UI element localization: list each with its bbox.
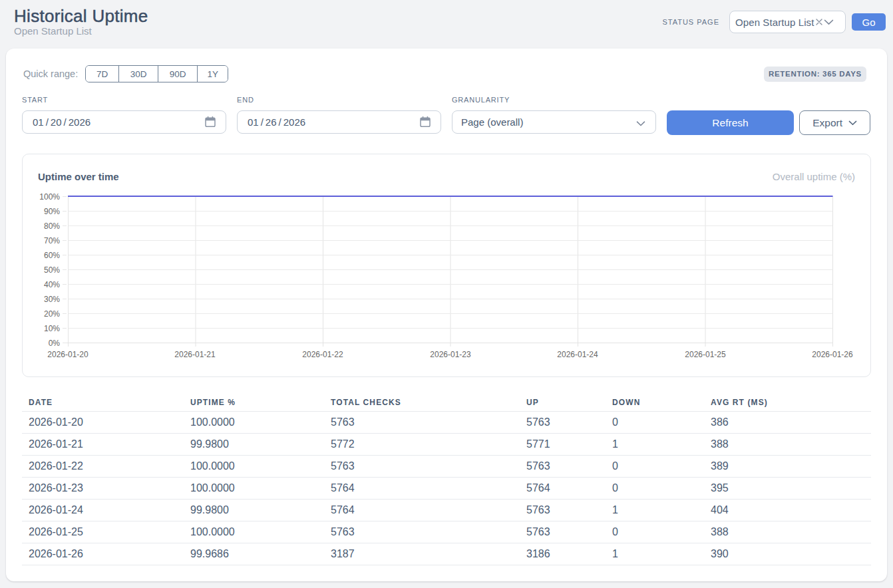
svg-text:2026-01-22: 2026-01-22 xyxy=(302,350,343,359)
svg-text:100%: 100% xyxy=(39,192,60,202)
svg-text:80%: 80% xyxy=(44,221,60,231)
svg-text:70%: 70% xyxy=(44,236,60,245)
svg-text:40%: 40% xyxy=(44,280,60,289)
svg-text:2026-01-25: 2026-01-25 xyxy=(685,350,726,359)
svg-text:2026-01-26: 2026-01-26 xyxy=(812,350,853,359)
svg-text:30%: 30% xyxy=(44,295,60,304)
svg-text:2026-01-24: 2026-01-24 xyxy=(557,350,598,359)
svg-text:60%: 60% xyxy=(44,251,60,260)
svg-text:50%: 50% xyxy=(44,265,60,275)
svg-text:2026-01-21: 2026-01-21 xyxy=(174,350,216,359)
svg-text:2026-01-20: 2026-01-20 xyxy=(47,350,89,359)
svg-text:0%: 0% xyxy=(49,339,61,348)
svg-text:10%: 10% xyxy=(44,324,60,333)
svg-text:90%: 90% xyxy=(44,207,60,216)
svg-text:2026-01-23: 2026-01-23 xyxy=(430,350,471,359)
svg-text:20%: 20% xyxy=(44,309,60,319)
